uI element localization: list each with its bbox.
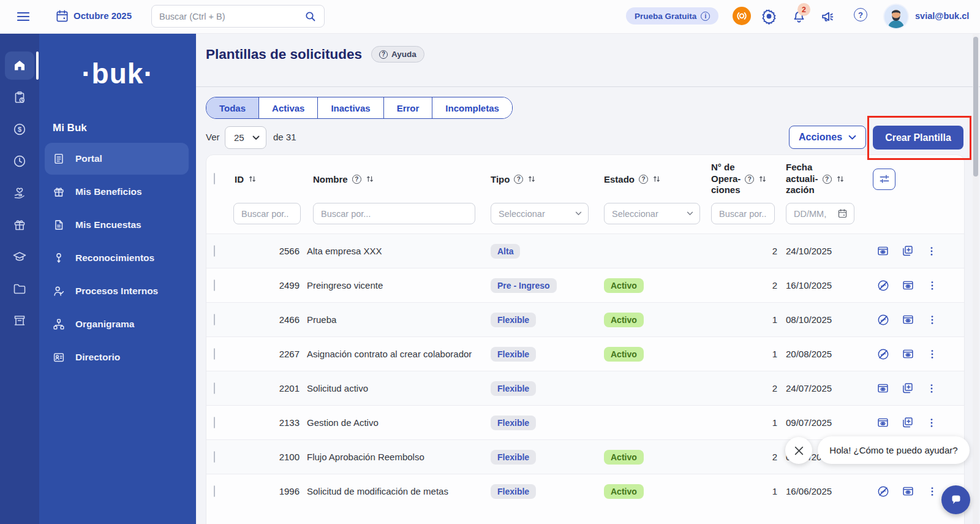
- calendar-icon[interactable]: [55, 9, 69, 23]
- hamburger-menu-icon[interactable]: [17, 10, 29, 23]
- table-row[interactable]: 2466PruebaFlexibleActivo108/10/2025: [206, 302, 964, 336]
- scrollbar[interactable]: [973, 34, 979, 524]
- kebab-menu-icon[interactable]: [925, 382, 938, 395]
- rail-company-storefront-icon[interactable]: [0, 305, 39, 336]
- col-header-estado[interactable]: Estado: [604, 174, 635, 184]
- kebab-menu-icon[interactable]: [926, 314, 938, 326]
- announcements-megaphone-icon[interactable]: [820, 9, 835, 25]
- filter-id-input[interactable]: Buscar por..: [233, 203, 301, 224]
- kebab-menu-icon[interactable]: [926, 348, 938, 360]
- global-search-input[interactable]: Buscar (Ctrl + B): [151, 5, 325, 28]
- preview-window-eye-icon[interactable]: [876, 382, 889, 395]
- preview-window-eye-icon[interactable]: [876, 416, 889, 429]
- sort-icon[interactable]: [758, 175, 767, 183]
- row-checkbox[interactable]: [214, 451, 215, 463]
- trial-badge[interactable]: Prueba Gratuita i: [626, 7, 718, 25]
- col-header-tipo[interactable]: Tipo: [491, 174, 510, 184]
- actions-button[interactable]: Acciones: [789, 126, 866, 149]
- chat-greeting-bubble[interactable]: Hola! ¿Cómo te puedo ayudar?: [818, 436, 970, 464]
- table-row[interactable]: 2133Gestion de ActivoFlexible109/07/2025: [206, 405, 964, 439]
- duplicate-icon[interactable]: [901, 382, 914, 395]
- avatar[interactable]: [884, 5, 908, 28]
- filter-estado-select[interactable]: Seleccionar: [604, 203, 700, 224]
- preview-window-eye-icon[interactable]: [902, 485, 914, 498]
- tab-error[interactable]: Error: [384, 97, 433, 118]
- column-settings-button[interactable]: [873, 169, 895, 190]
- col-header-nombre[interactable]: Nombre: [313, 174, 348, 184]
- column-help-icon[interactable]: ?: [745, 175, 754, 184]
- tab-activas[interactable]: Activas: [259, 97, 318, 118]
- deactivate-eye-off-icon[interactable]: [876, 347, 890, 361]
- rail-gift-icon[interactable]: [0, 209, 39, 241]
- col-header-operaciones[interactable]: N° de Opera- ciones: [711, 162, 741, 196]
- kebab-menu-icon[interactable]: [925, 417, 938, 429]
- table-row[interactable]: 1996Solicitud de modificación de metasFl…: [206, 474, 964, 508]
- user-email[interactable]: svial@buk.cl: [915, 11, 969, 21]
- tab-inactivas[interactable]: Inactivas: [318, 97, 383, 118]
- filter-nombre-input[interactable]: Buscar por...: [313, 203, 475, 224]
- col-header-fecha[interactable]: Fecha actuali- zación: [786, 162, 818, 196]
- sidebar-item-mis-beneficios[interactable]: Mis Beneficios: [45, 176, 189, 208]
- duplicate-icon[interactable]: [901, 416, 914, 429]
- row-checkbox[interactable]: [214, 417, 215, 428]
- preview-window-eye-icon[interactable]: [902, 313, 914, 326]
- row-checkbox[interactable]: [214, 348, 215, 360]
- kebab-menu-icon[interactable]: [925, 245, 938, 257]
- column-help-icon[interactable]: ?: [823, 175, 832, 184]
- kebab-menu-icon[interactable]: [926, 485, 938, 498]
- chat-launcher-button[interactable]: [941, 485, 970, 514]
- sidebar-item-organigrama[interactable]: Organigrama: [45, 308, 189, 340]
- filter-tipo-select[interactable]: Seleccionar: [491, 203, 589, 224]
- row-checkbox[interactable]: [214, 245, 215, 257]
- table-row[interactable]: 2566Alta empresa XXXAlta224/10/2025: [206, 234, 964, 268]
- sidebar-item-reconocimientos[interactable]: Reconocimientos: [45, 242, 189, 274]
- create-template-button[interactable]: Crear Plantilla: [873, 126, 963, 150]
- search-icon[interactable]: [304, 10, 317, 23]
- period-selector[interactable]: Octubre 2025: [74, 10, 132, 21]
- select-all-checkbox[interactable]: [214, 173, 215, 184]
- sidebar-item-mis-encuestas[interactable]: Mis Encuestas: [45, 209, 189, 241]
- tab-todas[interactable]: Todas: [206, 97, 259, 118]
- row-checkbox[interactable]: [214, 314, 215, 325]
- rail-payroll-icon[interactable]: $: [0, 113, 39, 145]
- preview-window-eye-icon[interactable]: [876, 245, 889, 257]
- kebab-menu-icon[interactable]: [926, 279, 938, 292]
- rail-home-icon[interactable]: [0, 50, 39, 82]
- row-checkbox[interactable]: [214, 279, 215, 291]
- table-row[interactable]: 2201Solicitud activoFlexible224/07/2025: [206, 371, 964, 405]
- table-row[interactable]: 2267Asignación contrato al crear colabor…: [206, 336, 964, 371]
- sidebar-item-portal[interactable]: Portal: [45, 143, 189, 175]
- rail-time-icon[interactable]: [0, 145, 39, 177]
- row-checkbox[interactable]: [214, 485, 215, 497]
- rail-benefits-hand-heart-icon[interactable]: [0, 177, 39, 209]
- sort-icon[interactable]: [836, 175, 845, 183]
- scrollbar-thumb[interactable]: [973, 37, 978, 177]
- column-help-icon[interactable]: ?: [514, 175, 523, 184]
- chat-dismiss-button[interactable]: [785, 437, 812, 464]
- column-help-icon[interactable]: ?: [639, 175, 648, 184]
- calendar-icon[interactable]: [837, 208, 848, 219]
- tab-incompletas[interactable]: Incompletas: [432, 97, 512, 118]
- product-updates-icon[interactable]: [733, 7, 751, 25]
- preview-window-eye-icon[interactable]: [902, 279, 914, 292]
- deactivate-eye-off-icon[interactable]: [876, 485, 890, 498]
- filter-fecha-input[interactable]: DD/MM,: [786, 203, 854, 224]
- row-checkbox[interactable]: [214, 382, 215, 394]
- filter-operaciones-input[interactable]: Buscar por..: [711, 203, 775, 224]
- duplicate-icon[interactable]: [901, 245, 914, 257]
- deactivate-eye-off-icon[interactable]: [876, 279, 890, 292]
- settings-gear-icon[interactable]: [761, 8, 777, 25]
- table-row[interactable]: 2499Preingreso vicentePre - IngresoActiv…: [206, 268, 964, 302]
- column-help-icon[interactable]: ?: [352, 175, 361, 184]
- col-header-id[interactable]: ID: [235, 174, 244, 184]
- rail-documents-folder-icon[interactable]: [0, 273, 39, 305]
- sort-icon[interactable]: [248, 175, 257, 183]
- rail-clipboard-clock-icon[interactable]: [0, 82, 39, 113]
- sort-icon[interactable]: [652, 175, 661, 183]
- sidebar-item-directorio[interactable]: Directorio: [45, 341, 189, 373]
- help-button[interactable]: ? Ayuda: [371, 46, 424, 63]
- sort-icon[interactable]: [366, 175, 374, 183]
- deactivate-eye-off-icon[interactable]: [876, 313, 890, 327]
- sidebar-item-procesos-internos[interactable]: Procesos Internos: [45, 275, 189, 307]
- preview-window-eye-icon[interactable]: [902, 347, 914, 360]
